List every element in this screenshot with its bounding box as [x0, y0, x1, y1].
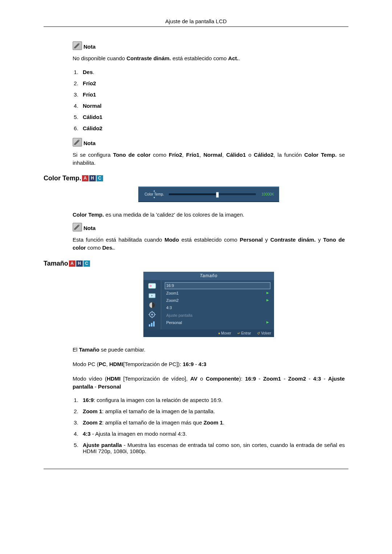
osd-item: Zoom1▶	[165, 290, 270, 296]
section-heading-color-temp: Color Temp. AHC	[44, 175, 345, 182]
osd-bars-icon	[147, 320, 157, 328]
tamano-list: 16:9: configura la imagen con la relació…	[73, 397, 345, 454]
color-temp-slider-osd: ▲ Color Temp. ▼ 10000K	[138, 186, 279, 202]
note-heading: Nota	[73, 223, 345, 231]
slider-thumb	[216, 192, 219, 198]
arrow-right-icon: ▶	[266, 291, 269, 295]
note-label: Nota	[83, 140, 95, 147]
list-item: Normal	[83, 103, 102, 109]
note-icon	[73, 41, 82, 50]
svg-rect-12	[151, 323, 152, 327]
svg-rect-11	[149, 324, 150, 327]
svg-point-6	[151, 314, 153, 316]
tamano-osd-menu: Tamaño 16:9 Zoom1▶ Zoom2▶ 4:3 Ajuste pan…	[143, 272, 274, 337]
note-3-text: Esta función está habilitada cuando Modo…	[73, 236, 345, 252]
note-heading: Nota	[73, 138, 345, 147]
up-arrow-icon: ▲	[143, 189, 165, 192]
tamano-p2: Modo PC (PC, HDMI[Temporización de PC]):…	[73, 360, 345, 368]
osd-settings-icon	[147, 311, 157, 319]
osd-item: Zoom2▶	[165, 297, 270, 304]
note-heading: Nota	[73, 41, 345, 50]
section-heading-tamano: Tamaño AHC	[44, 260, 345, 267]
svg-point-1	[150, 285, 152, 287]
slider-value: 10000K	[260, 192, 274, 196]
osd-picture-icon	[147, 282, 157, 290]
note-label: Nota	[83, 225, 95, 231]
list-item: 4:3 - Ajusta la imagen en modo normal 4:…	[80, 431, 345, 437]
list-item: Cálido2	[83, 125, 102, 131]
osd-screen-icon	[147, 292, 157, 300]
osd-item-selected: 16:9	[165, 282, 270, 289]
list-item: Cálido1	[83, 114, 102, 120]
svg-rect-13	[153, 321, 155, 327]
badge-a-icon: A	[69, 260, 75, 267]
badge-h-icon: H	[76, 260, 83, 267]
note-1-text: No disponible cuando Contraste dinám. es…	[73, 54, 345, 62]
slider-label: Color Temp.	[143, 192, 165, 196]
osd-item: Personal▶	[165, 319, 270, 326]
list-item: Zoom 1: amplía el tamaño de la imagen de…	[80, 408, 345, 414]
note-icon	[73, 223, 82, 231]
note-icon	[73, 138, 82, 147]
color-temp-description: Color Temp. es una medida de la 'calidez…	[73, 211, 345, 219]
tamano-p1: El Tamaño se puede cambiar.	[73, 346, 345, 354]
list-item: Zoom 2: amplía el tamaño de la imagen má…	[80, 419, 345, 426]
badge-c-icon: C	[83, 260, 90, 267]
list-item: Frío2	[83, 80, 96, 86]
return-icon: ↺	[257, 331, 260, 335]
note-2-text: Si se configura Tono de color como Frío2…	[73, 151, 345, 167]
list-item: Frío1	[83, 91, 96, 98]
tamano-p3: Modo vídeo (HDMI [Temporización de vídeo…	[73, 375, 345, 391]
osd-title: Tamaño	[143, 272, 274, 280]
badge-c-icon: C	[97, 175, 103, 181]
page-header: Ajuste de la pantalla LCD	[44, 18, 348, 27]
down-arrow-icon: ▼	[143, 196, 165, 199]
note-label: Nota	[83, 44, 95, 50]
arrow-right-icon: ▶	[266, 320, 269, 325]
arrow-right-icon: ▶	[266, 298, 269, 303]
footer-rule	[44, 469, 348, 469]
osd-footer: ♦ Mover ↵ Entrar ↺ Volver	[143, 329, 274, 337]
osd-item-disabled: Ajuste pantalla	[165, 312, 270, 319]
move-icon: ♦	[218, 331, 220, 335]
osd-contrast-icon	[147, 301, 157, 309]
list-item: Ajuste pantalla - Muestra las escenas de…	[80, 442, 345, 454]
list-item: 16:9: configura la imagen con la relació…	[80, 397, 345, 403]
badge-a-icon: A	[82, 175, 89, 181]
badge-h-icon: H	[89, 175, 96, 181]
color-tone-list: Des. Frío2 Frío1 Normal Cálido1 Cálido2	[73, 69, 345, 131]
list-item: Des	[83, 69, 93, 75]
slider-track	[169, 193, 256, 195]
enter-icon: ↵	[237, 331, 240, 335]
osd-item: 4:3	[165, 304, 270, 311]
